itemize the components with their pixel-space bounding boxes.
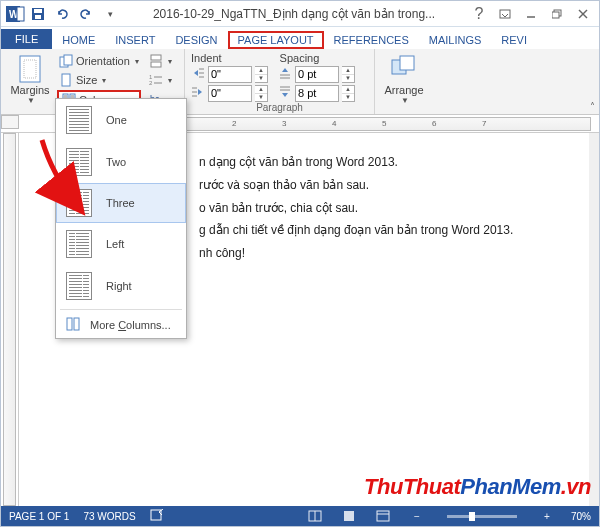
svg-rect-42 (67, 318, 72, 330)
zoom-out-button[interactable]: − (407, 508, 427, 524)
zoom-level[interactable]: 70% (571, 511, 591, 522)
zoom-slider[interactable] (447, 515, 517, 518)
view-read-mode-button[interactable] (305, 508, 325, 524)
status-words[interactable]: 73 WORDS (83, 511, 135, 522)
spacing-after-input[interactable] (295, 85, 339, 102)
tab-review[interactable]: REVI (491, 31, 537, 49)
size-icon (59, 73, 73, 87)
indent-right-input[interactable] (208, 85, 252, 102)
columns-icon (66, 317, 80, 333)
spacing-before-spinner[interactable]: ▲▼ (278, 65, 355, 83)
arrange-button[interactable]: Arrange ▼ (381, 52, 427, 105)
tab-page-layout[interactable]: PAGE LAYOUT (228, 31, 324, 49)
svg-rect-2 (17, 7, 24, 21)
line-numbers-icon: 12 (149, 73, 163, 87)
up-arrow-icon[interactable]: ▲ (255, 67, 267, 75)
tab-file[interactable]: FILE (1, 29, 52, 49)
one-column-icon (66, 106, 92, 134)
qat-redo-button[interactable] (75, 3, 97, 25)
tab-home[interactable]: HOME (52, 31, 105, 49)
columns-option-more[interactable]: More Columns... (56, 312, 186, 338)
orientation-label: Orientation (76, 55, 130, 67)
svg-rect-43 (74, 318, 79, 330)
help-button[interactable]: ? (467, 3, 491, 25)
margins-icon (16, 54, 44, 84)
watermark-logo: ThuThuatPhanMem.vn (364, 474, 591, 500)
svg-rect-9 (552, 12, 559, 18)
more-columns-label: More Columns... (90, 319, 171, 331)
collapse-ribbon-button[interactable]: ˄ (590, 101, 595, 112)
svg-text:2: 2 (149, 80, 153, 86)
status-page[interactable]: PAGE 1 OF 1 (9, 511, 69, 522)
chevron-down-icon: ▾ (135, 57, 139, 66)
columns-option-one[interactable]: One (56, 99, 186, 141)
breaks-button[interactable]: ▾ (147, 52, 174, 70)
arrange-icon (390, 54, 418, 84)
indent-left-icon (191, 66, 205, 82)
breaks-icon (149, 54, 163, 68)
spacing-after-spinner[interactable]: ▲▼ (278, 84, 355, 102)
svg-rect-47 (344, 511, 354, 521)
qat-customize-button[interactable]: ▾ (99, 3, 121, 25)
spacing-before-icon (278, 66, 292, 82)
down-arrow-icon[interactable]: ▼ (255, 75, 267, 82)
tab-design[interactable]: DESIGN (165, 31, 227, 49)
document-line: n dạng cột văn bản trong Word 2013. (199, 151, 569, 174)
svg-rect-4 (34, 9, 42, 13)
document-line: nh công! (199, 242, 569, 265)
columns-option-label: One (106, 114, 127, 126)
status-proofing-icon[interactable] (150, 509, 164, 523)
ribbon-display-button[interactable] (493, 3, 517, 25)
three-column-icon (66, 189, 92, 217)
zoom-in-button[interactable]: + (537, 508, 557, 524)
indent-left-spinner[interactable]: ▲▼ (191, 65, 268, 83)
svg-rect-48 (377, 511, 389, 521)
close-button[interactable] (571, 3, 595, 25)
tab-mailings[interactable]: MAILINGS (419, 31, 492, 49)
svg-rect-24 (151, 62, 161, 67)
indent-right-spinner[interactable]: ▲▼ (191, 84, 268, 102)
columns-option-two[interactable]: Two (56, 141, 186, 183)
svg-rect-23 (151, 55, 161, 60)
svg-rect-16 (62, 74, 70, 86)
indent-left-input[interactable] (208, 66, 252, 83)
tab-insert[interactable]: INSERT (105, 31, 165, 49)
minimize-button[interactable] (519, 3, 543, 25)
statusbar: PAGE 1 OF 1 73 WORDS − + 70% (1, 506, 599, 526)
vertical-ruler[interactable] (1, 133, 19, 506)
right-column-icon (66, 272, 92, 300)
view-print-layout-button[interactable] (339, 508, 359, 524)
arrange-label: Arrange (384, 84, 423, 96)
document-line: g dẫn chi tiết về định dạng đoạn văn bản… (199, 219, 569, 242)
chevron-down-icon: ▼ (27, 96, 35, 105)
left-column-icon (66, 230, 92, 258)
view-web-layout-button[interactable] (373, 508, 393, 524)
titlebar: W ▾ 2016-10-29_NgaTTN_Định dạng cột văn … (1, 1, 599, 27)
columns-dropdown: One Two Three Left Right More Columns... (55, 98, 187, 339)
size-label: Size (76, 74, 97, 86)
qat-undo-button[interactable] (51, 3, 73, 25)
ribbon-tabs: FILE HOME INSERT DESIGN PAGE LAYOUT REFE… (1, 27, 599, 49)
size-button[interactable]: Size▾ (57, 71, 141, 89)
tab-references[interactable]: REFERENCES (324, 31, 419, 49)
columns-option-label: Left (106, 238, 124, 250)
orientation-icon (59, 54, 73, 68)
document-title: 2016-10-29_NgaTTN_Định dạng cột văn bản … (121, 7, 467, 21)
qat-save-button[interactable] (27, 3, 49, 25)
columns-option-left[interactable]: Left (56, 223, 186, 265)
columns-option-label: Right (106, 280, 132, 292)
two-column-icon (66, 148, 92, 176)
document-line: rước và soạn thảo văn bản sau. (199, 174, 569, 197)
restore-button[interactable] (545, 3, 569, 25)
orientation-button[interactable]: Orientation▾ (57, 52, 141, 70)
spacing-before-input[interactable] (295, 66, 339, 83)
chevron-down-icon: ▾ (102, 76, 106, 85)
columns-option-label: Two (106, 156, 126, 168)
line-numbers-button[interactable]: 12▾ (147, 71, 174, 89)
indent-heading: Indent (191, 52, 222, 64)
svg-rect-15 (64, 55, 72, 65)
columns-option-right[interactable]: Right (56, 265, 186, 307)
chevron-down-icon: ▼ (401, 96, 409, 105)
columns-option-three[interactable]: Three (56, 183, 186, 223)
margins-button[interactable]: Margins ▼ (7, 52, 53, 105)
